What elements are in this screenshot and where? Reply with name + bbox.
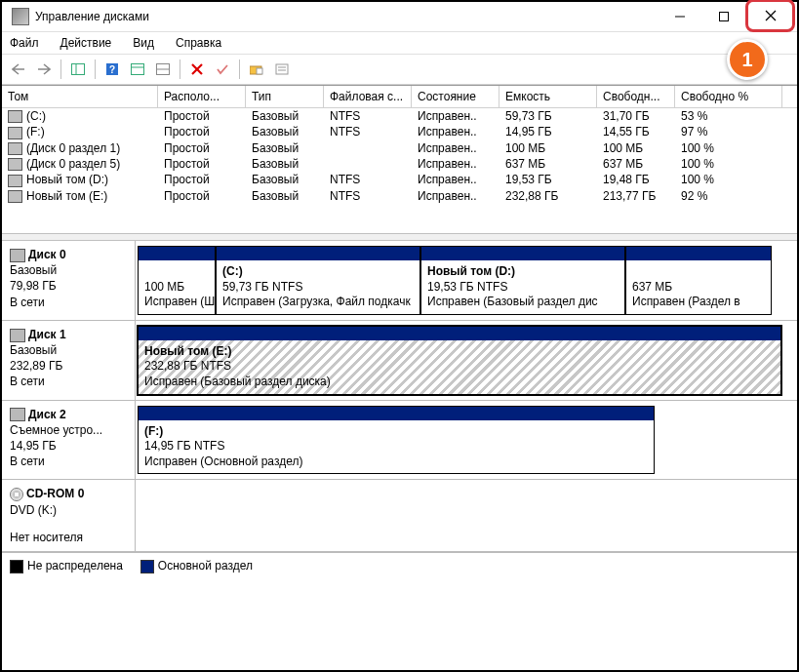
forward-icon[interactable] bbox=[33, 59, 55, 80]
table-row[interactable]: (Диск 0 раздел 5)ПростойБазовыйИсправен.… bbox=[2, 156, 797, 172]
help-icon[interactable]: ? bbox=[101, 59, 123, 80]
menubar: Файл Действие Вид Справка bbox=[2, 32, 797, 55]
svg-rect-1 bbox=[719, 13, 728, 21]
disk-parts bbox=[136, 480, 797, 551]
col-volume[interactable]: Том bbox=[2, 86, 158, 107]
partition[interactable]: Новый том (E:)232,88 ГБ NTFSИсправен (Ба… bbox=[138, 326, 781, 395]
toolbar: ? bbox=[2, 55, 797, 85]
svg-text:?: ? bbox=[109, 64, 115, 75]
legend-primary: Основной раздел bbox=[140, 559, 253, 573]
menu-view[interactable]: Вид bbox=[129, 34, 158, 52]
partition[interactable]: (C:)59,73 ГБ NTFSИсправен (Загрузка, Фай… bbox=[216, 246, 420, 315]
col-status[interactable]: Состояние bbox=[412, 86, 499, 107]
svg-rect-4 bbox=[72, 64, 85, 75]
col-free[interactable]: Свободн... bbox=[597, 86, 675, 107]
volume-list-header[interactable]: Том Располо... Тип Файловая с... Состоян… bbox=[2, 86, 797, 108]
col-capacity[interactable]: Емкость bbox=[499, 86, 597, 107]
disk-info: Диск 1Базовый232,89 ГБВ сети bbox=[2, 321, 136, 400]
close-button[interactable] bbox=[748, 2, 792, 29]
props-icon[interactable] bbox=[271, 59, 293, 80]
legend-unalloc: Не распределена bbox=[10, 559, 123, 573]
partition[interactable]: 637 МБИсправен (Раздел в bbox=[625, 246, 772, 315]
panel-icon[interactable] bbox=[67, 59, 89, 80]
view2-icon[interactable] bbox=[152, 59, 174, 80]
check-icon[interactable] bbox=[212, 59, 233, 80]
disk-parts: (F:)14,95 ГБ NTFSИсправен (Основной разд… bbox=[136, 401, 797, 480]
disk-row[interactable]: Диск 0Базовый79,98 ГБВ сети 100 МБИсправ… bbox=[2, 241, 797, 321]
table-row[interactable]: (C:)ПростойБазовыйNTFSИсправен..59,73 ГБ… bbox=[2, 108, 797, 124]
table-row[interactable]: (Диск 0 раздел 1)ПростойБазовыйИсправен.… bbox=[2, 140, 797, 156]
partition[interactable]: (F:)14,95 ГБ NTFSИсправен (Основной разд… bbox=[138, 406, 655, 475]
back-icon[interactable] bbox=[8, 59, 29, 80]
disk-panel: Диск 0Базовый79,98 ГБВ сети 100 МБИсправ… bbox=[2, 241, 797, 552]
menu-action[interactable]: Действие bbox=[57, 34, 116, 52]
disk-row[interactable]: Диск 2Съемное устро...14,95 ГБВ сети(F:)… bbox=[2, 401, 797, 481]
svg-rect-16 bbox=[276, 64, 288, 74]
disk-info: CD-ROM 0DVD (K:)Нет носителя bbox=[2, 480, 136, 551]
partition[interactable]: Новый том (D:)19,53 ГБ NTFSИсправен (Баз… bbox=[420, 246, 625, 315]
disk-row[interactable]: CD-ROM 0DVD (K:)Нет носителя bbox=[2, 480, 797, 552]
disk-parts: Новый том (E:)232,88 ГБ NTFSИсправен (Ба… bbox=[136, 321, 797, 400]
delete-icon[interactable] bbox=[186, 59, 208, 80]
menu-file[interactable]: Файл bbox=[6, 34, 43, 52]
table-row[interactable]: Новый том (E:)ПростойБазовыйNTFSИсправен… bbox=[2, 188, 797, 204]
col-fs[interactable]: Файловая с... bbox=[324, 86, 412, 107]
table-row[interactable]: (F:)ПростойБазовыйNTFSИсправен..14,95 ГБ… bbox=[2, 124, 797, 139]
partition[interactable]: 100 МБИсправен (Ш bbox=[138, 246, 216, 315]
disk-parts: 100 МБИсправен (Ш(C:)59,73 ГБ NTFSИсправ… bbox=[136, 241, 797, 320]
minimize-button[interactable] bbox=[658, 3, 701, 30]
app-icon bbox=[12, 8, 29, 25]
disk-info: Диск 2Съемное устро...14,95 ГБВ сети bbox=[2, 401, 136, 480]
legend: Не распределена Основной раздел bbox=[2, 552, 797, 579]
table-row[interactable]: Новый том (D:)ПростойБазовыйNTFSИсправен… bbox=[2, 172, 797, 187]
col-type[interactable]: Тип bbox=[246, 86, 324, 107]
volume-list: Том Располо... Тип Файловая с... Состоян… bbox=[2, 85, 797, 204]
view1-icon[interactable] bbox=[127, 59, 148, 80]
col-freepct[interactable]: Свободно % bbox=[675, 86, 782, 107]
splitter[interactable] bbox=[2, 233, 797, 241]
maximize-button[interactable] bbox=[701, 3, 745, 30]
menu-help[interactable]: Справка bbox=[172, 34, 225, 52]
annotation-1: 1 bbox=[727, 39, 768, 80]
col-layout[interactable]: Располо... bbox=[158, 86, 246, 107]
svg-rect-8 bbox=[132, 64, 144, 75]
svg-rect-15 bbox=[257, 68, 262, 74]
explore-icon[interactable] bbox=[246, 59, 267, 80]
disk-info: Диск 0Базовый79,98 ГБВ сети bbox=[2, 241, 136, 320]
disk-row[interactable]: Диск 1Базовый232,89 ГБВ сетиНовый том (E… bbox=[2, 321, 797, 401]
titlebar: Управление дисками bbox=[2, 2, 797, 32]
window-title: Управление дисками bbox=[35, 10, 658, 23]
